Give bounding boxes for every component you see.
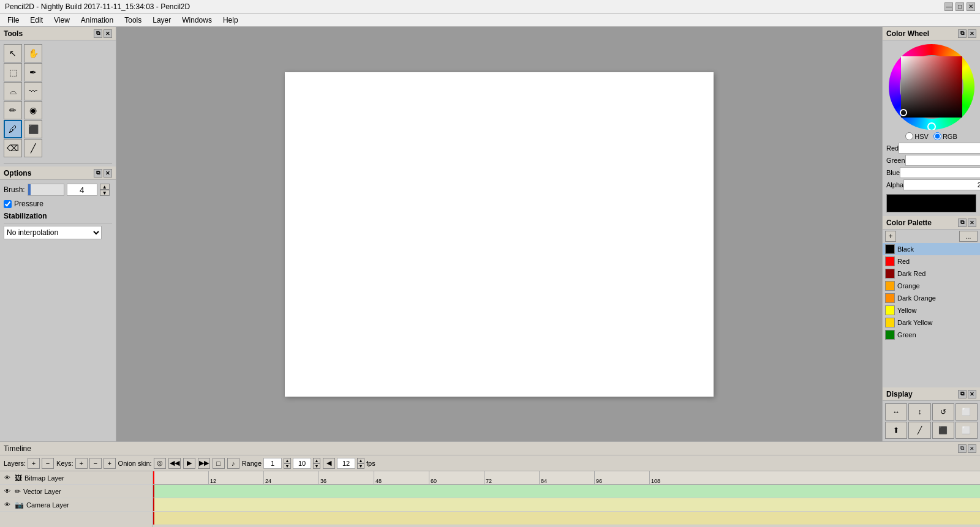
options-close-button[interactable]: ✕ (104, 169, 112, 178)
sound-button[interactable]: ♪ (227, 458, 239, 469)
remove-key-button[interactable]: − (89, 458, 102, 469)
add-key-button[interactable]: + (75, 458, 88, 469)
lasso-tool[interactable]: ⌓ (4, 82, 22, 100)
fps-input[interactable] (337, 458, 355, 469)
palette-close-btn[interactable]: ✕ (968, 219, 976, 227)
onion-button[interactable]: ◎ (154, 458, 166, 469)
palette-item-yellow[interactable]: Yellow (883, 304, 980, 316)
options-float-button[interactable]: ⧉ (94, 169, 102, 178)
menu-windows[interactable]: Windows (177, 15, 217, 26)
display-close-btn[interactable]: ✕ (968, 390, 976, 398)
pressure-checkbox[interactable] (4, 200, 12, 208)
rgb-radio-label[interactable]: RGB (933, 132, 957, 140)
range-end-up[interactable]: ▲ (313, 458, 320, 463)
track-camera[interactable] (153, 512, 980, 525)
stabilization-select[interactable]: No interpolation Simple Complex (4, 226, 102, 239)
eraser-tool[interactable]: ⌫ (4, 139, 22, 157)
palette-item-darkorange[interactable]: Dark Orange (883, 292, 980, 304)
range-end-input[interactable] (293, 458, 311, 469)
loop-button[interactable]: □ (213, 458, 225, 469)
alpha-input[interactable] (903, 179, 980, 190)
palette-item-red[interactable]: Red (883, 255, 980, 267)
smudge-tool[interactable]: 〰 (24, 82, 42, 100)
layer-row-camera[interactable]: 👁 📷 Camera Layer (0, 498, 153, 512)
tools-close-button[interactable]: ✕ (104, 29, 112, 38)
rotate-ccw-button[interactable]: ↺ (932, 403, 954, 420)
fps-up[interactable]: ▲ (357, 458, 364, 463)
menu-help[interactable]: Help (218, 15, 243, 26)
range-start-input[interactable] (263, 458, 282, 469)
drawing-canvas[interactable] (285, 72, 714, 397)
palette-add-button[interactable]: + (885, 231, 896, 242)
timeline-close-btn[interactable]: ✕ (968, 444, 976, 453)
palette-item-green[interactable]: Green (883, 329, 980, 341)
flip-horizontal-button[interactable]: ↔ (885, 403, 907, 420)
tools-float-button[interactable]: ⧉ (94, 29, 102, 38)
fill-tool[interactable]: ◉ (24, 101, 42, 119)
palette-item-orange[interactable]: Orange (883, 280, 980, 292)
prev-frame-button[interactable]: ◀◀ (168, 458, 181, 469)
layer-visibility-camera[interactable]: 👁 (2, 500, 12, 510)
color-wheel-svg[interactable] (889, 44, 974, 130)
brush-spin-up[interactable]: ▲ (100, 184, 110, 190)
menu-file[interactable]: File (2, 15, 24, 26)
maximize-button[interactable]: □ (956, 2, 964, 11)
close-button[interactable]: ✕ (967, 2, 975, 11)
layer-row-vector[interactable]: 👁 ✏ Vector Layer (0, 485, 153, 498)
layer-visibility-bitmap[interactable]: 👁 (2, 473, 12, 483)
color-wheel-float-btn[interactable]: ⧉ (958, 29, 967, 38)
palette-item-darkred[interactable]: Dark Red (883, 267, 980, 280)
menu-layer[interactable]: Layer (148, 15, 176, 26)
next-frame-button[interactable]: ▶▶ (198, 458, 210, 469)
play-button[interactable]: ▶ (183, 458, 195, 469)
menu-view[interactable]: View (49, 15, 75, 26)
display-float-btn[interactable]: ⧉ (958, 390, 967, 398)
pointer-tool[interactable]: ↖ (4, 44, 22, 62)
rgb-radio[interactable] (933, 132, 941, 140)
range-start-down[interactable]: ▼ (284, 463, 291, 469)
remove-layer-button[interactable]: − (42, 458, 54, 469)
green-input[interactable] (905, 155, 980, 166)
tilt-button[interactable]: ⬆ (885, 422, 907, 439)
range-end-down[interactable]: ▼ (313, 463, 320, 469)
layer-row-bitmap[interactable]: 👁 🖼 Bitmap Layer (0, 471, 153, 485)
blue-input[interactable] (900, 167, 980, 178)
red-input[interactable] (899, 143, 980, 154)
reset-display-button[interactable]: ⬜ (956, 422, 978, 439)
canvas-area[interactable] (116, 27, 882, 441)
brush-slider[interactable] (28, 184, 64, 196)
add-layer-button[interactable]: + (28, 458, 40, 469)
pen-tool[interactable]: 🖊 (4, 120, 22, 138)
palette-float-btn[interactable]: ⧉ (958, 219, 967, 227)
hsv-radio[interactable] (905, 132, 913, 140)
toggle-display-button[interactable]: ⬜ (956, 403, 978, 420)
menu-tools[interactable]: Tools (119, 15, 146, 26)
palette-menu-button[interactable]: ... (959, 231, 978, 242)
hsv-radio-label[interactable]: HSV (905, 132, 929, 140)
polyline-tool[interactable]: ╱ (24, 139, 42, 157)
color-wheel-close-btn[interactable]: ✕ (968, 29, 976, 38)
bucket-tool[interactable]: ⬛ (24, 120, 42, 138)
track-bitmap[interactable] (153, 485, 980, 498)
pencil-tool[interactable]: ✏ (4, 101, 22, 119)
menu-animation[interactable]: Animation (76, 15, 118, 26)
brush-value-input[interactable] (67, 184, 97, 196)
fps-down[interactable]: ▼ (357, 463, 364, 469)
brush-spin-down[interactable]: ▼ (100, 190, 110, 196)
hand-tool[interactable]: ✋ (24, 44, 42, 62)
layer-visibility-vector[interactable]: 👁 (2, 487, 12, 496)
tilt2-button[interactable]: ╱ (908, 422, 930, 439)
timeline-float-btn[interactable]: ⧉ (958, 444, 967, 453)
mirror-button[interactable]: ⬛ (932, 422, 954, 439)
duplicate-key-button[interactable]: + (104, 458, 116, 469)
minimize-button[interactable]: — (944, 2, 953, 11)
menu-edit[interactable]: Edit (25, 15, 48, 26)
flip-vertical-button[interactable]: ↕ (908, 403, 930, 420)
range-start-up[interactable]: ▲ (284, 458, 291, 463)
eyedropper-tool[interactable]: ✒ (24, 63, 42, 81)
selection-tool[interactable]: ⬚ (4, 63, 22, 81)
palette-item-black[interactable]: Black (883, 243, 980, 255)
track-vector[interactable] (153, 498, 980, 512)
palette-item-darkyellow[interactable]: Dark Yellow (883, 316, 980, 329)
fps-decrease-button[interactable]: ◀ (323, 458, 335, 469)
